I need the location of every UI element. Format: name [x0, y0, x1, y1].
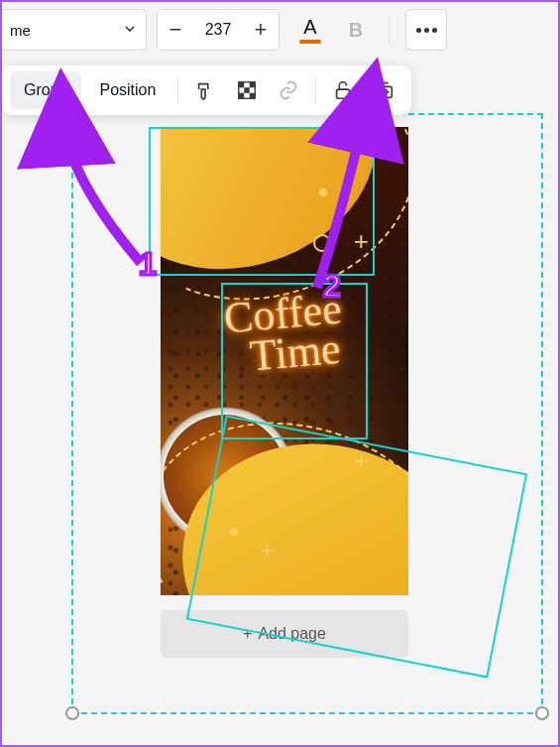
- resize-handle[interactable]: [535, 706, 549, 720]
- svg-rect-1: [239, 82, 245, 88]
- add-page-button[interactable]: + Add page: [161, 610, 408, 658]
- bold-button[interactable]: B: [339, 10, 373, 50]
- chevron-down-icon: [124, 23, 136, 38]
- annotation-label-1: 1: [139, 246, 157, 283]
- top-toolbar: me − 237 + A B: [0, 8, 560, 52]
- dot-icon: [416, 28, 421, 33]
- svg-rect-4: [239, 93, 245, 99]
- svg-rect-3: [245, 87, 251, 93]
- annotation-arrow-2: [307, 99, 396, 302]
- font-size-value[interactable]: 237: [193, 21, 243, 39]
- plus-icon: +: [243, 625, 252, 643]
- title-line-2: Time: [244, 327, 347, 375]
- editor-workspace: me − 237 + A B Group Position: [0, 0, 560, 747]
- text-color-swatch: [299, 40, 321, 44]
- increase-font-button[interactable]: +: [243, 10, 279, 50]
- link-icon[interactable]: [270, 71, 307, 109]
- add-page-label: Add page: [258, 625, 326, 643]
- more-options-button[interactable]: [405, 9, 447, 51]
- svg-rect-6: [337, 89, 350, 98]
- text-color-letter: A: [303, 16, 316, 39]
- text-color-button[interactable]: A: [295, 10, 325, 50]
- svg-rect-5: [250, 93, 256, 99]
- toolbar-divider: [177, 76, 178, 104]
- dot-icon: [432, 28, 437, 33]
- annotation-arrow-1: [42, 109, 151, 282]
- position-button[interactable]: Position: [85, 71, 169, 109]
- copy-style-icon[interactable]: [186, 71, 224, 109]
- svg-rect-2: [250, 82, 256, 88]
- plus-decoration-icon: +: [260, 535, 275, 565]
- toolbar-divider: [389, 16, 390, 44]
- font-name-value: me: [10, 22, 31, 39]
- group-button[interactable]: Group: [10, 71, 81, 109]
- annotation-label-2: 2: [323, 268, 341, 305]
- resize-handle[interactable]: [65, 706, 79, 720]
- transparency-icon[interactable]: [228, 71, 266, 109]
- font-family-select[interactable]: me: [0, 9, 147, 51]
- dot-icon: [424, 28, 429, 33]
- decrease-font-button[interactable]: −: [158, 10, 193, 50]
- plus-decoration-icon: +: [354, 445, 369, 476]
- dot-decoration-icon: [230, 528, 238, 536]
- font-size-group: − 237 +: [157, 9, 280, 51]
